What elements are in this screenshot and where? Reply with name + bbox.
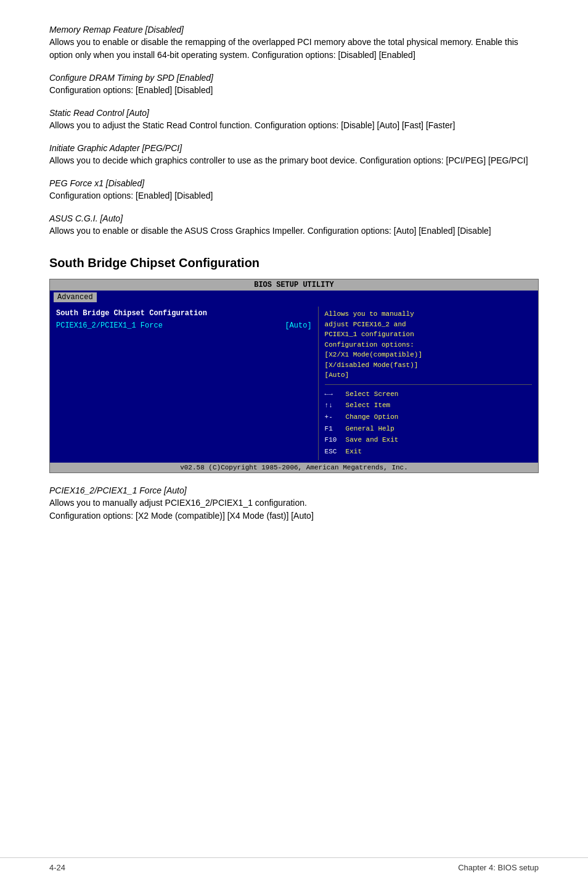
bios-key-esc: ESC	[325, 446, 342, 458]
entry-asus-cgi-title: ASUS C.G.I. [Auto]	[49, 213, 539, 223]
page-content: Memory Remap Feature [Disabled] Allows y…	[0, 0, 588, 571]
bios-help-line1: Allows you to manually	[325, 309, 532, 320]
bios-key-change-option: Change Option	[346, 411, 399, 423]
bios-key-f1: F1	[325, 423, 342, 435]
bios-key-exit: Exit	[346, 446, 362, 458]
bios-help-line2: adjust PCIEX16_2 and	[325, 320, 532, 330]
bios-key-row-select-screen: ←→ Select Screen	[325, 389, 532, 400]
entry-memory-remap-body: Allows you to enable or disable the rema…	[49, 37, 518, 60]
bios-key-row-f10: F10 Save and Exit	[325, 434, 532, 446]
entry-pciex-title: PCIEX16_2/PCIEX1_1 Force [Auto]	[49, 485, 539, 495]
entry-memory-remap-title: Memory Remap Feature [Disabled]	[49, 25, 539, 35]
footer-page-number: 4-24	[49, 863, 65, 872]
bios-help-line3: PCIEX1_1 configuration	[325, 329, 532, 340]
entry-pciex-body-line2: Configuration options: [X2 Mode (compati…	[49, 511, 314, 521]
bios-key-plusminus: +-	[325, 411, 342, 423]
entry-peg-force: PEG Force x1 [Disabled] Configuration op…	[49, 178, 539, 202]
bios-key-select-screen: Select Screen	[346, 389, 399, 400]
entry-configure-dram-body: Configuration options: [Enabled] [Disabl…	[49, 85, 213, 95]
entry-static-read-body: Allows you to adjust the Static Read Con…	[49, 120, 455, 130]
bios-keys: ←→ Select Screen ↑↓ Select Item +- Chang…	[325, 389, 532, 458]
bios-key-general-help: General Help	[346, 423, 394, 435]
page-footer: 4-24 Chapter 4: BIOS setup	[0, 857, 588, 872]
bios-help-line7: [Auto]	[325, 370, 532, 381]
entry-initiate-graphic-title: Initiate Graphic Adapter [PEG/PCI]	[49, 143, 539, 153]
bios-key-select-item: Select Item	[346, 400, 391, 411]
bios-help-line4: Configuration options:	[325, 340, 532, 350]
bios-key-row-select-item: ↑↓ Select Item	[325, 400, 532, 411]
bios-key-arrows-ud: ↑↓	[325, 400, 342, 411]
bios-key-row-change-option: +- Change Option	[325, 411, 532, 423]
entry-static-read: Static Read Control [Auto] Allows you to…	[49, 108, 539, 132]
entry-pciex-body: Allows you to manually adjust PCIEX16_2/…	[49, 497, 539, 522]
bios-key-row-f1: F1 General Help	[325, 423, 532, 435]
entry-pciex: PCIEX16_2/PCIEX1_1 Force [Auto] Allows y…	[49, 485, 539, 522]
bios-key-f10: F10	[325, 434, 342, 446]
bios-body: South Bridge Chipset Configuration PCIEX…	[50, 304, 538, 463]
south-bridge-heading: South Bridge Chipset Configuration	[49, 256, 539, 270]
bios-nav-advanced[interactable]: Advanced	[54, 292, 97, 302]
bios-row-label: PCIEX16_2/PCIEX1_1 Force	[56, 321, 163, 330]
bios-left-panel: South Bridge Chipset Configuration PCIEX…	[50, 307, 319, 460]
bios-screen: BIOS SETUP UTILITY Advanced South Bridge…	[49, 279, 539, 473]
entry-pciex-body-line1: Allows you to manually adjust PCIEX16_2/…	[49, 498, 307, 508]
entry-configure-dram-title: Configure DRAM Timing by SPD [Enabled]	[49, 73, 539, 83]
entry-peg-force-body: Configuration options: [Enabled] [Disabl…	[49, 191, 213, 200]
entry-asus-cgi-body: Allows you to enable or disable the ASUS…	[49, 226, 491, 236]
footer-chapter: Chapter 4: BIOS setup	[458, 863, 539, 872]
bios-row-value: [Auto]	[285, 321, 311, 330]
entry-initiate-graphic: Initiate Graphic Adapter [PEG/PCI] Allow…	[49, 143, 539, 167]
bios-footer: v02.58 (C)Copyright 1985-2006, American …	[50, 463, 538, 472]
bios-help-line6: [X/disabled Mode(fast)]	[325, 360, 532, 371]
bios-key-save-exit: Save and Exit	[346, 434, 399, 446]
entry-peg-force-title: PEG Force x1 [Disabled]	[49, 178, 539, 188]
bios-help-divider	[325, 384, 532, 385]
bios-section-title: South Bridge Chipset Configuration	[56, 309, 312, 318]
bios-key-arrows-lr: ←→	[325, 389, 342, 400]
bios-help-line5: [X2/X1 Mode(compatible)]	[325, 350, 532, 360]
bios-pciex-row: PCIEX16_2/PCIEX1_1 Force [Auto]	[56, 321, 312, 330]
entry-configure-dram: Configure DRAM Timing by SPD [Enabled] C…	[49, 73, 539, 97]
bios-nav-bar: Advanced	[50, 291, 538, 304]
entry-static-read-title: Static Read Control [Auto]	[49, 108, 539, 118]
entry-initiate-graphic-body: Allows you to decide which graphics cont…	[49, 155, 528, 165]
bios-key-row-esc: ESC Exit	[325, 446, 532, 458]
entry-memory-remap: Memory Remap Feature [Disabled] Allows y…	[49, 25, 539, 62]
entry-asus-cgi: ASUS C.G.I. [Auto] Allows you to enable …	[49, 213, 539, 237]
bios-title-bar: BIOS SETUP UTILITY	[50, 279, 538, 291]
bios-right-panel: Allows you to manually adjust PCIEX16_2 …	[319, 307, 538, 460]
